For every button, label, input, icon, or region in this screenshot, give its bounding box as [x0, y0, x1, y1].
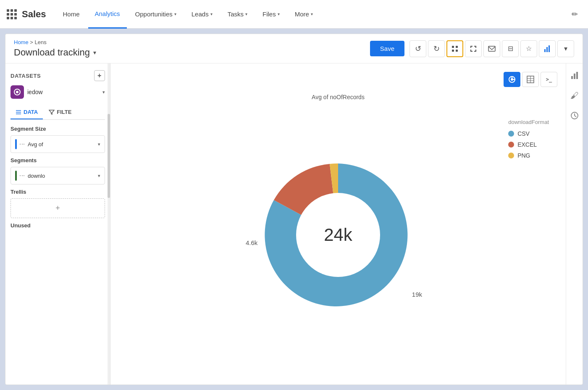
- csv-legend-label: CSV: [517, 130, 530, 137]
- legend-png: PNG: [508, 152, 549, 159]
- svg-rect-22: [576, 72, 578, 79]
- table-view-button[interactable]: [522, 72, 539, 87]
- toolbar-buttons: ↺ ↻ ⊟ ☆: [410, 40, 574, 57]
- nav-analytics[interactable]: Analytics: [88, 0, 127, 29]
- avg-of-label: Avg of: [28, 141, 95, 148]
- png-legend-dot: [508, 153, 514, 158]
- share-icon: [450, 44, 459, 53]
- redo-button[interactable]: ↻: [428, 40, 445, 57]
- right-panel: 🖌: [566, 63, 583, 385]
- nav-opportunities[interactable]: Opportunities ▾: [129, 0, 183, 29]
- chart-view-buttons: >_: [119, 72, 557, 87]
- nav-home[interactable]: Home: [56, 0, 87, 29]
- fullscreen-button[interactable]: [465, 40, 482, 57]
- svg-rect-4: [488, 46, 495, 51]
- avg-of-dropdown-icon[interactable]: ▾: [98, 142, 100, 147]
- add-dataset-button[interactable]: +: [94, 70, 105, 81]
- nav-more[interactable]: More ▾: [288, 0, 320, 29]
- csv-legend-dot: [508, 131, 514, 137]
- opportunities-chevron-icon: ▾: [174, 12, 176, 16]
- legend-excel: EXCEL: [508, 141, 549, 148]
- dataset-icon: [10, 85, 24, 99]
- right-format-icon[interactable]: 🖌: [568, 89, 581, 102]
- nav-leads[interactable]: Leads ▾: [185, 0, 219, 29]
- table-view-icon: [527, 76, 534, 83]
- donut-chart: 24k 4.6k 19k: [258, 155, 418, 315]
- undo-button[interactable]: ↺: [410, 40, 426, 57]
- segment-size-dots-icon[interactable]: ⋮: [19, 141, 26, 147]
- toolbar: Home > Lens Download tracking ▾ Save ↺ ↻: [5, 34, 583, 63]
- svg-rect-3: [456, 50, 458, 52]
- email-button[interactable]: [483, 40, 500, 57]
- svg-point-9: [16, 91, 18, 93]
- scrollbar-thumb[interactable]: [108, 114, 110, 198]
- svg-rect-21: [574, 74, 575, 79]
- segments-dots-icon[interactable]: ⋮: [19, 173, 26, 179]
- breadcrumb: Home > Lens: [14, 39, 365, 45]
- chart-wrapper: Avg of noOfRecords 24k 4.6k: [119, 94, 557, 376]
- svg-rect-5: [544, 49, 546, 52]
- dataset-item: iedow ▾: [10, 85, 105, 99]
- right-bar-chart-icon[interactable]: [568, 69, 581, 82]
- tab-data[interactable]: DATA: [10, 105, 43, 119]
- csv-bottom-label: 19k: [412, 291, 422, 298]
- page-title: Download tracking: [14, 47, 90, 58]
- chart-title: Avg of noOfRecords: [312, 94, 365, 100]
- dataset-dropdown-icon[interactable]: ▾: [102, 90, 105, 95]
- title-dropdown-icon[interactable]: ▾: [93, 49, 96, 56]
- trellis-title: Trellis: [10, 189, 105, 195]
- star-button[interactable]: ☆: [520, 40, 537, 57]
- datasets-label: Datasets: [10, 73, 41, 79]
- app-logo: Sales: [22, 9, 46, 20]
- data-tab-icon: [16, 109, 21, 115]
- breadcrumb-home[interactable]: Home: [14, 39, 29, 45]
- layers-button[interactable]: ⊟: [502, 40, 519, 57]
- app-grid-icon[interactable]: [7, 9, 17, 19]
- files-chevron-icon: ▾: [278, 12, 280, 16]
- left-sidebar: Datasets + iedow ▾: [5, 63, 110, 385]
- legend-csv: CSV: [508, 130, 549, 137]
- more-options-button[interactable]: ▾: [557, 40, 574, 57]
- trellis-add-button[interactable]: +: [10, 198, 105, 218]
- edit-icon[interactable]: ✏: [568, 8, 581, 21]
- excel-label: 4.6k: [246, 239, 257, 246]
- save-button[interactable]: Save: [370, 41, 404, 56]
- nav-files[interactable]: Files ▾: [256, 0, 286, 29]
- more-chevron-icon: ▾: [311, 12, 313, 16]
- share-button[interactable]: [446, 40, 463, 57]
- svg-rect-7: [549, 45, 550, 52]
- unused-title: Unused: [10, 222, 105, 229]
- main-container: Home > Lens Download tracking ▾ Save ↺ ↻: [5, 34, 583, 385]
- nav-tasks[interactable]: Tasks ▾: [221, 0, 254, 29]
- svg-rect-20: [571, 76, 573, 79]
- bar-chart-icon: [543, 45, 551, 53]
- content-area: Datasets + iedow ▾: [5, 63, 583, 385]
- segments-chip[interactable]: ⋮ downlo ▾: [10, 167, 105, 184]
- scrollbar-track: [108, 63, 110, 385]
- chart-button[interactable]: [539, 40, 556, 57]
- donut-center-value: 24k: [324, 225, 352, 245]
- chart-area: >_ Avg of noOfRecords: [110, 63, 566, 385]
- excel-legend-label: EXCEL: [517, 141, 537, 148]
- sidebar-tabs: DATA FILTE: [10, 105, 105, 120]
- terminal-view-button[interactable]: >_: [541, 72, 557, 87]
- chart-legend: downloadFormat CSV EXCEL PNG: [508, 119, 549, 163]
- svg-rect-6: [546, 47, 548, 52]
- top-navigation: Sales Home Analytics Opportunities ▾ Lea…: [0, 0, 588, 29]
- right-history-icon[interactable]: [568, 109, 581, 122]
- dataset-name: iedow: [27, 89, 99, 95]
- excel-legend-dot: [508, 142, 514, 148]
- svg-rect-1: [456, 46, 458, 48]
- svg-rect-0: [452, 46, 454, 48]
- filter-tab-icon: [49, 109, 55, 115]
- download-label: downlo: [28, 173, 95, 179]
- segment-size-chip[interactable]: ⋮ Avg of ▾: [10, 135, 105, 153]
- download-dropdown-icon[interactable]: ▾: [98, 173, 100, 179]
- segments-title: Segments: [10, 157, 105, 163]
- pie-view-button[interactable]: [504, 72, 520, 87]
- leads-chevron-icon: ▾: [210, 12, 213, 16]
- tab-filter[interactable]: FILTE: [44, 105, 76, 119]
- breadcrumb-area: Home > Lens Download tracking ▾: [14, 39, 365, 58]
- email-icon: [488, 46, 496, 52]
- png-legend-label: PNG: [517, 152, 530, 159]
